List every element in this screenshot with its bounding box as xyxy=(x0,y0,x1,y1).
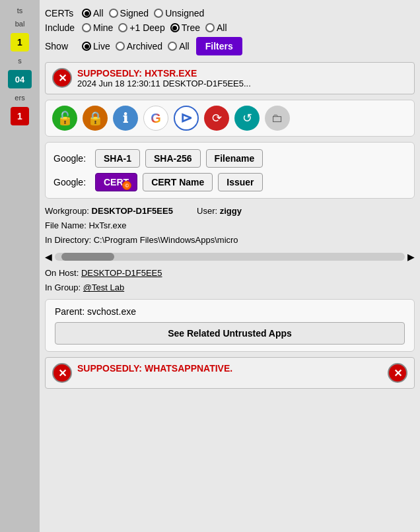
alert-text-2: SUPPOSEDLY: WHATSAPPNATIVE. xyxy=(77,363,232,374)
show-live-radio[interactable]: Live xyxy=(82,41,110,51)
parent-label: Parent: xyxy=(55,306,85,317)
issuer-button[interactable]: Issuer xyxy=(218,173,262,191)
include-plus1-radio[interactable]: +1 Deep xyxy=(118,22,164,33)
certs-filter-row: CERTs All Signed Unsigned xyxy=(45,8,415,18)
cert-badge-wrap: CERT © xyxy=(104,177,129,187)
show-live-circle[interactable] xyxy=(82,42,91,51)
cert-name-button[interactable]: CERT Name xyxy=(143,173,213,191)
certs-unsigned-radio[interactable]: Unsigned xyxy=(154,8,204,18)
scroll-left-arrow[interactable]: ◀ xyxy=(45,251,52,262)
include-tree-circle[interactable] xyxy=(170,23,180,32)
show-all-radio[interactable]: All xyxy=(168,41,190,51)
scroll-right-arrow[interactable]: ▶ xyxy=(407,251,415,262)
filter-section: CERTs All Signed Unsigned xyxy=(45,5,415,62)
google-label-2: Google: xyxy=(53,177,90,187)
alert-title-1: SUPPOSEDLY: HXTSR.EXE xyxy=(77,68,251,79)
cert-button[interactable]: CERT © xyxy=(95,173,137,191)
sidebar-text-global: bal xyxy=(15,20,25,28)
host-group-info: On Host: DESKTOP-D1F5EE5 In Group: @Test… xyxy=(45,266,415,295)
alert-text-1: SUPPOSEDLY: HXTSR.EXE 2024 Jun 18 12:30:… xyxy=(77,68,251,88)
show-label: Show xyxy=(45,41,78,51)
file-directory-line: In Directory: C:\Program Files\WindowsAp… xyxy=(45,233,415,248)
info-icon[interactable]: ℹ xyxy=(113,106,138,131)
alert-x-icon-2b: ✕ xyxy=(388,363,407,383)
icon-toolbar: 🔓 🔒 ℹ G ⊳ ⟳ ↺ 🗀 xyxy=(45,100,415,137)
group-value[interactable]: @Test Lab xyxy=(83,283,124,292)
scroll-track[interactable] xyxy=(55,253,405,261)
sidebar-text-s: s xyxy=(18,57,22,65)
alert-card-1[interactable]: ✕ SUPPOSEDLY: HXTSR.EXE 2024 Jun 18 12:3… xyxy=(45,62,415,94)
google-label-1: Google: xyxy=(53,153,90,164)
show-archived-radio[interactable]: Archived xyxy=(116,41,162,51)
show-all-circle[interactable] xyxy=(168,42,177,51)
file-name-line: File Name: HxTsr.exe xyxy=(45,218,415,233)
include-all-radio[interactable]: All xyxy=(205,22,227,33)
show-filter-row: Show Live Archived All xyxy=(45,37,415,55)
certs-label: CERTs xyxy=(45,8,78,18)
include-plus1-circle[interactable] xyxy=(118,23,127,32)
parent-box: Parent: svchost.exe See Related Untruste… xyxy=(45,299,415,352)
recycle-icon[interactable]: ⟳ xyxy=(204,106,229,131)
file-name-label: File Name: xyxy=(45,220,87,230)
certs-all-circle[interactable] xyxy=(82,9,91,18)
alert-card-2[interactable]: ✕ SUPPOSEDLY: WHATSAPPNATIVE. ✕ xyxy=(45,357,415,389)
include-radio-group: Mine +1 Deep Tree All xyxy=(82,22,227,33)
certs-unsigned-circle[interactable] xyxy=(154,9,163,18)
include-mine-radio[interactable]: Mine xyxy=(82,22,113,33)
lock-open-icon[interactable]: 🔓 xyxy=(52,106,77,131)
left-sidebar: ts bal 1 s 04 ers 1 xyxy=(0,0,40,532)
sync-icon[interactable]: ↺ xyxy=(234,106,260,131)
directory-label: In Directory: xyxy=(45,235,91,245)
scroll-thumb[interactable] xyxy=(61,253,114,261)
see-related-button[interactable]: See Related Untrusted Apps xyxy=(55,322,405,345)
sha256-button[interactable]: SHA-256 xyxy=(145,149,201,168)
host-value[interactable]: DESKTOP-D1F5EE5 xyxy=(81,268,162,278)
google-icon[interactable]: G xyxy=(143,106,168,131)
folder-icon[interactable]: 🗀 xyxy=(265,106,290,131)
include-filter-row: Include Mine +1 Deep Tree xyxy=(45,22,415,33)
directory-value: C:\Program Files\WindowsApps\micro xyxy=(94,235,238,245)
include-tree-radio[interactable]: Tree xyxy=(170,22,200,33)
parent-text: Parent: svchost.exe xyxy=(55,306,405,317)
host-label: On Host: xyxy=(45,268,79,278)
file-name-value: HxTsr.exe xyxy=(88,220,126,230)
lock-closed-icon[interactable]: 🔒 xyxy=(83,106,108,131)
workgroup-label: Workgroup: xyxy=(45,206,89,216)
scrollbar-row: ◀ ▶ xyxy=(45,251,415,262)
user-label: User: xyxy=(197,206,217,216)
certs-signed-radio[interactable]: Signed xyxy=(109,8,149,18)
parent-value: svchost.exe xyxy=(87,306,136,317)
sidebar-badge-3[interactable]: 1 xyxy=(11,107,29,125)
alert-x-icon-2: ✕ xyxy=(52,363,72,383)
include-all-circle[interactable] xyxy=(205,23,215,32)
alert-x-icon-1: ✕ xyxy=(52,68,72,88)
certs-radio-group: All Signed Unsigned xyxy=(82,8,204,18)
arrow-right-icon[interactable]: ⊳ xyxy=(174,106,199,131)
group-line: In Group: @Test Lab xyxy=(45,281,415,295)
alert-title-2: SUPPOSEDLY: WHATSAPPNATIVE. xyxy=(77,363,232,374)
host-line: On Host: DESKTOP-D1F5EE5 xyxy=(45,266,415,281)
sidebar-badge-04[interactable]: 04 xyxy=(8,70,32,88)
file-info: Workgroup: DESKTOP-D1F5EE5 User: ziggy F… xyxy=(45,204,415,248)
hash-section: Google: SHA-1 SHA-256 Filename Google: C… xyxy=(45,142,415,199)
filters-button[interactable]: Filters xyxy=(196,37,242,55)
show-radio-group: Live Archived All xyxy=(82,41,190,51)
cert-badge-circle: © xyxy=(122,181,131,190)
file-workgroup-line: Workgroup: DESKTOP-D1F5EE5 User: ziggy xyxy=(45,204,415,218)
filename-button[interactable]: Filename xyxy=(206,149,263,168)
certs-signed-circle[interactable] xyxy=(109,9,118,18)
sidebar-text-ts: ts xyxy=(17,7,23,15)
google-g-text: G xyxy=(151,111,161,126)
hash-row-2: Google: CERT © CERT Name Issuer xyxy=(53,173,406,191)
sidebar-badge-1[interactable]: 1 xyxy=(11,33,29,51)
group-label: In Group: xyxy=(45,283,81,292)
include-label: Include xyxy=(45,22,78,33)
show-archived-circle[interactable] xyxy=(116,42,125,51)
certs-all-radio[interactable]: All xyxy=(82,8,104,18)
user-value: ziggy xyxy=(220,206,242,216)
alert-subtitle-1: 2024 Jun 18 12:30:11 DESKTOP-D1F5EE5... xyxy=(77,79,251,88)
hash-row-1: Google: SHA-1 SHA-256 Filename xyxy=(53,149,406,168)
workgroup-value: DESKTOP-D1F5EE5 xyxy=(92,206,173,216)
include-mine-circle[interactable] xyxy=(82,23,91,32)
sha1-button[interactable]: SHA-1 xyxy=(95,149,140,168)
